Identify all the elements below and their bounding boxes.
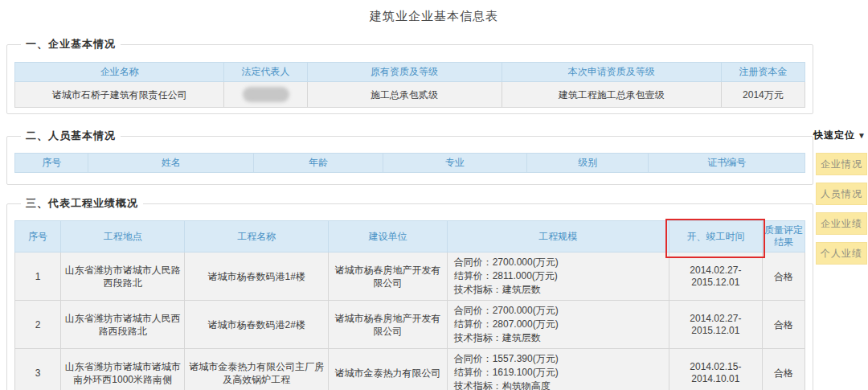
personnel-table: 序号 姓名 年龄 专业 级别 证书编号	[14, 153, 805, 173]
header-applied-qualification: 本次申请资质及等级	[502, 63, 721, 82]
cell-location: 山东省潍坊市诸城市人民路西段路北	[61, 252, 185, 301]
header-project-name: 工程名称	[185, 221, 329, 252]
section-performance-info: 三、代表工程业绩概况 序号 工程地点 工程名称 建设单位 工程规模 开、竣工时间…	[6, 196, 813, 390]
scale-contract-price: 合同价：2700.000(万元)	[454, 304, 666, 318]
company-table-header-row: 企业名称 法定代表人 原有资质及等级 本次申请资质及等级 注册资本金	[15, 63, 805, 82]
company-table: 企业名称 法定代表人 原有资质及等级 本次申请资质及等级 注册资本金 诸城市石桥…	[14, 62, 805, 108]
performance-row-2: 2 山东省潍坊市诸城市人民西路西段路北 诸城市杨春数码港2#楼 诸城市杨春房地产…	[15, 301, 805, 349]
cell-location: 山东省潍坊市诸城市人民西路西段路北	[61, 301, 185, 349]
cell-construction-unit: 诸城市杨春房地产开发有限公司	[329, 301, 447, 349]
scale-settlement-price: 结算价：2811.000(万元)	[454, 269, 666, 283]
personnel-table-header-row: 序号 姓名 年龄 专业 级别 证书编号	[15, 154, 805, 173]
quick-nav-company-performance-button[interactable]: 企业业绩	[816, 212, 867, 235]
header-certificate-no: 证书编号	[649, 154, 805, 173]
quick-nav-panel: 快速定位▼ 企业情况 人员情况 企业业绩 个人业绩	[809, 129, 867, 265]
header-specialty: 专业	[383, 154, 527, 173]
date-start: 2014.02.15-	[672, 361, 760, 373]
scale-contract-price: 合同价：2700.000(万元)	[454, 256, 666, 269]
chevron-down-icon: ▼	[858, 131, 866, 140]
scale-technical-indicator: 技术指标：构筑物高度	[454, 380, 666, 390]
redacted-blur	[243, 87, 289, 102]
scale-settlement-price: 结算价：1619.100(万元)	[454, 366, 666, 380]
header-start-completion-dates-label: 开、竣工时间	[686, 231, 744, 242]
header-project-scale: 工程规模	[447, 221, 669, 252]
cell-construction-unit: 诸城市杨春房地产开发有限公司	[329, 252, 447, 301]
header-start-completion-dates: 开、竣工时间	[669, 221, 762, 252]
quick-nav-toggle[interactable]: 快速定位▼	[809, 129, 867, 142]
cell-company-name: 诸城市石桥子建筑有限责任公司	[15, 82, 224, 108]
header-legal-representative: 法定代表人	[224, 63, 307, 82]
header-seq-no: 序号	[15, 221, 61, 252]
performance-row-1: 1 山东省潍坊市诸城市人民路西段路北 诸城市杨春数码港1#楼 诸城市杨春房地产开…	[15, 252, 805, 301]
cell-project-name: 诸城市杨春数码港2#楼	[185, 301, 329, 349]
company-table-data-row: 诸城市石桥子建筑有限责任公司 施工总承包贰级 建筑工程施工总承包壹级 2014万…	[15, 82, 805, 108]
header-construction-unit: 建设单位	[329, 221, 447, 252]
date-start: 2014.02.27-	[672, 313, 760, 325]
scale-contract-price: 合同价：1557.390(万元)	[454, 352, 666, 366]
page-title: 建筑业企业基本信息表	[0, 0, 868, 24]
performance-table: 序号 工程地点 工程名称 建设单位 工程规模 开、竣工时间 质量评定结果 1 山…	[14, 220, 805, 390]
scale-technical-indicator: 技术指标：建筑层数	[454, 283, 666, 297]
cell-seq-no: 2	[15, 301, 61, 349]
performance-table-header-row: 序号 工程地点 工程名称 建设单位 工程规模 开、竣工时间 质量评定结果	[15, 221, 805, 252]
quick-nav-company-info-button[interactable]: 企业情况	[816, 153, 867, 175]
cell-project-scale: 合同价：2700.000(万元) 结算价：2807.000(万元) 技术指标：建…	[447, 301, 669, 349]
cell-seq-no: 1	[15, 252, 61, 301]
section-company-info: 一、企业基本情况 企业名称 法定代表人 原有资质及等级 本次申请资质及等级 注册…	[6, 37, 813, 114]
cell-project-name: 诸城市杨春数码港1#楼	[185, 252, 329, 301]
cell-dates: 2014.02.27- 2015.12.01	[669, 252, 762, 301]
quick-nav-title-label: 快速定位	[813, 129, 855, 141]
date-end: 2015.12.01	[672, 325, 760, 337]
header-original-qualification: 原有资质及等级	[307, 63, 502, 82]
cell-location: 山东省潍坊市诸城市诸城市南外环西1000米路南侧	[61, 349, 185, 390]
date-start: 2014.02.27-	[672, 265, 760, 277]
cell-project-scale: 合同价：2700.000(万元) 结算价：2811.000(万元) 技术指标：建…	[447, 252, 669, 301]
cell-applied-qualification: 建筑工程施工总承包壹级	[502, 82, 721, 108]
section-company-legend: 一、企业基本情况	[21, 37, 121, 51]
section-personnel-info: 二、人员基本情况 序号 姓名 年龄 专业 级别 证书编号	[6, 129, 813, 185]
cell-dates: 2014.02.27- 2015.12.01	[669, 301, 762, 349]
header-age: 年龄	[253, 154, 383, 173]
cell-construction-unit: 诸城市金泰热力有限公司	[329, 349, 447, 390]
header-registered-capital: 注册资本金	[721, 63, 805, 82]
cell-original-qualification: 施工总承包贰级	[307, 82, 502, 108]
cell-project-name: 诸城市金泰热力有限公司主厂房及高效锅炉工程	[185, 349, 329, 390]
cell-quality: 合格	[762, 252, 805, 301]
cell-seq-no: 3	[15, 349, 61, 390]
scale-settlement-price: 结算价：2807.000(万元)	[454, 318, 666, 331]
cell-registered-capital: 2014万元	[721, 82, 805, 108]
header-level: 级别	[526, 154, 648, 173]
header-quality-rating: 质量评定结果	[762, 221, 805, 252]
header-person-name: 姓名	[88, 154, 253, 173]
cell-dates: 2014.02.15- 2014.10.01	[669, 349, 762, 390]
section-performance-legend: 三、代表工程业绩概况	[21, 196, 143, 211]
date-end: 2014.10.01	[672, 373, 760, 385]
cell-project-scale: 合同价：1557.390(万元) 结算价：1619.100(万元) 技术指标：构…	[447, 349, 669, 390]
performance-row-3: 3 山东省潍坊市诸城市诸城市南外环西1000米路南侧 诸城市金泰热力有限公司主厂…	[15, 349, 805, 390]
header-seq-no: 序号	[15, 154, 88, 173]
cell-legal-representative	[224, 82, 307, 108]
header-company-name: 企业名称	[15, 63, 224, 82]
quick-nav-personnel-info-button[interactable]: 人员情况	[816, 183, 867, 205]
quick-nav-personal-performance-button[interactable]: 个人业绩	[816, 242, 867, 265]
cell-quality: 合格	[762, 349, 805, 390]
section-personnel-legend: 二、人员基本情况	[21, 129, 121, 143]
cell-quality: 合格	[762, 301, 805, 349]
scale-technical-indicator: 技术指标：建筑层数	[454, 331, 666, 345]
date-end: 2015.12.01	[672, 277, 760, 289]
header-project-location: 工程地点	[61, 221, 185, 252]
